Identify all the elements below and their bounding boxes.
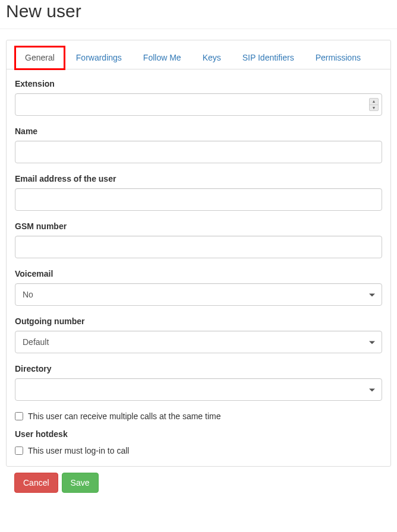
spinner-down-icon[interactable]: ▼ [370,105,378,111]
directory-select[interactable] [15,378,382,401]
spinner-up-icon[interactable]: ▲ [370,99,378,105]
extension-spinner[interactable]: ▲ ▼ [369,98,379,111]
page-title: New user [0,0,397,29]
multi-calls-checkbox[interactable] [15,412,23,420]
name-input[interactable] [15,141,382,163]
outgoing-label: Outgoing number [15,316,382,326]
form-panel: General Forwardings Follow Me Keys SIP I… [6,40,391,467]
button-row: Cancel Save [0,473,397,493]
hotdesk-login-checkbox[interactable] [15,446,23,455]
extension-label: Extension [15,79,382,88]
field-gsm: GSM number [15,221,382,258]
gsm-label: GSM number [15,221,382,231]
tab-sip-identifiers[interactable]: SIP Identifiers [232,46,304,69]
email-label: Email address of the user [15,174,382,183]
directory-label: Directory [15,364,382,373]
tab-general[interactable]: General [15,46,65,69]
extension-input[interactable] [15,93,382,116]
tab-permissions[interactable]: Permissions [305,46,371,69]
name-label: Name [15,126,382,136]
tabs-nav: General Forwardings Follow Me Keys SIP I… [7,40,390,69]
field-directory: Directory [15,364,382,401]
tab-follow-me[interactable]: Follow Me [133,46,191,69]
tab-keys[interactable]: Keys [193,46,231,69]
hotdesk-section-label: User hotdesk [15,429,382,439]
field-voicemail: Voicemail [15,269,382,306]
tab-forwardings[interactable]: Forwardings [66,46,132,69]
field-extension: Extension ▲ ▼ [15,79,382,116]
multi-calls-label[interactable]: This user can receive multiple calls at … [28,411,220,421]
outgoing-select[interactable] [15,331,382,353]
gsm-input[interactable] [15,236,382,258]
field-email: Email address of the user [15,174,382,211]
cancel-button[interactable]: Cancel [14,473,58,493]
hotdesk-login-label[interactable]: This user must log-in to call [28,446,129,455]
form-body: Extension ▲ ▼ Name Email address of the … [7,69,390,466]
email-input[interactable] [15,188,382,211]
voicemail-label: Voicemail [15,269,382,278]
multi-calls-row: This user can receive multiple calls at … [15,411,382,421]
voicemail-select[interactable] [15,283,382,306]
field-outgoing: Outgoing number [15,316,382,353]
field-name: Name [15,126,382,163]
save-button[interactable]: Save [62,473,99,493]
hotdesk-login-row: This user must log-in to call [15,446,382,455]
